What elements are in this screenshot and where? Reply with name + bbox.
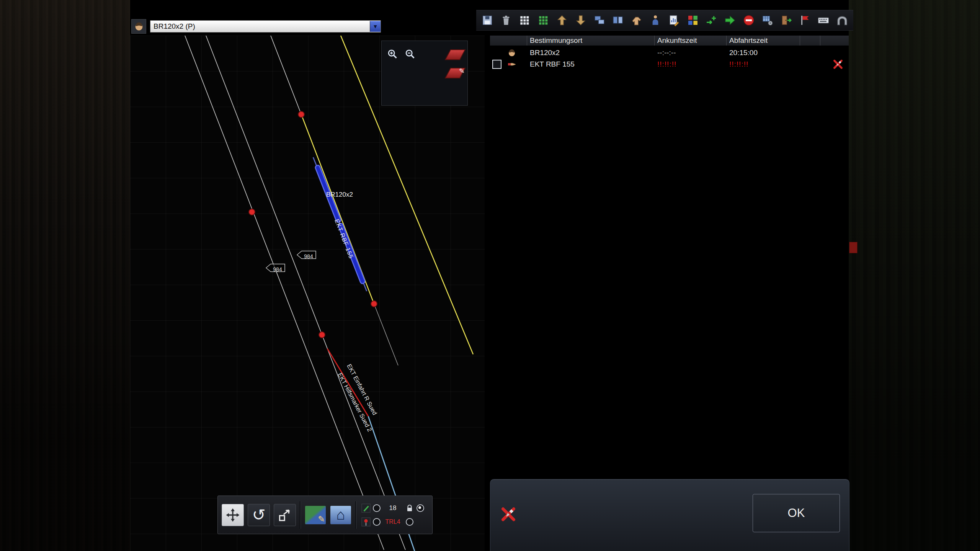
row-arrival: --:--:-- — [655, 49, 727, 57]
no-entry-button[interactable] — [741, 12, 757, 28]
signal-dot[interactable] — [298, 111, 304, 117]
remove-icon[interactable] — [500, 506, 516, 522]
depot-icon — [836, 14, 848, 26]
tip-value: 18 — [389, 504, 397, 512]
grid-green-button[interactable] — [535, 12, 551, 28]
zoom-panel: ✎ — [381, 41, 468, 106]
tip-radio-on[interactable] — [416, 504, 424, 512]
keyboard-icon — [817, 14, 830, 26]
signal-sign-label: 984 — [273, 266, 282, 272]
passenger-button[interactable] — [647, 12, 663, 28]
edit-green-icon[interactable] — [361, 503, 371, 513]
color-tiles-button[interactable] — [685, 12, 701, 28]
go-arrow-icon — [724, 14, 736, 26]
column-extra2 — [820, 36, 848, 46]
zoom-out-button[interactable] — [402, 46, 418, 62]
signal-sign[interactable]: 984 — [266, 264, 285, 272]
pan-tool-button[interactable] — [222, 504, 244, 526]
signal-plate-icon[interactable] — [445, 49, 466, 60]
copy-view-icon — [593, 14, 606, 26]
signal-dot[interactable] — [249, 209, 255, 215]
depot-button[interactable] — [834, 12, 850, 28]
tip-radio-off[interactable] — [373, 504, 381, 512]
chevron-down-icon[interactable]: ▼ — [370, 21, 381, 32]
driver-avatar — [131, 19, 146, 34]
edit-chart-icon — [668, 14, 680, 26]
copy-view-button[interactable] — [591, 12, 608, 28]
keyboard-button[interactable] — [815, 12, 831, 28]
application-window: 984 984 BR120x2 EKT RBF 155 EKT Einfahrt… — [0, 0, 980, 551]
settings-table-icon — [761, 14, 774, 26]
ok-button[interactable]: OK — [753, 494, 840, 532]
row-checkbox[interactable] — [492, 60, 501, 69]
track-line — [374, 304, 398, 365]
transform-tool-button[interactable] — [274, 504, 296, 526]
confirm-panel: OK — [490, 479, 849, 551]
track-map-panel[interactable]: 984 984 BR120x2 EKT RBF 155 EKT Einfahrt… — [130, 36, 485, 551]
tip-signal-options: 18 TRL4 — [360, 501, 425, 529]
lock-icon[interactable] — [405, 504, 414, 513]
row-destination: BR120x2 — [527, 49, 655, 57]
hand-tool-button[interactable] — [629, 12, 645, 28]
signal-value: TRL4 — [385, 518, 400, 525]
row-departure: 20:15:00 — [727, 49, 800, 57]
toolbar-divider — [355, 501, 356, 529]
schedule-toolbar — [476, 10, 853, 31]
row-arrival: !!:!!:!! — [655, 60, 727, 68]
go-arrow-button[interactable] — [722, 12, 738, 28]
unload-down-button[interactable] — [573, 12, 589, 28]
schedule-row[interactable]: BR120x2 --:--:-- 20:15:00 — [490, 47, 849, 59]
column-arrival: Ankunftszeit — [655, 36, 727, 46]
exit-door-button[interactable] — [778, 12, 794, 28]
home-view-button[interactable]: ⌂ — [330, 505, 351, 525]
rotate-tool-button[interactable]: ↺ — [248, 504, 270, 526]
zoom-out-icon — [405, 48, 415, 60]
flag-button[interactable] — [797, 12, 813, 28]
signal-dot[interactable] — [319, 332, 325, 338]
load-up-button[interactable] — [554, 12, 570, 28]
schedule-row[interactable]: EKT RBF 155 !!:!!:!! !!:!!:!! — [490, 59, 849, 70]
signal-radio-off2[interactable] — [406, 518, 413, 526]
signal-radio-off[interactable] — [373, 518, 381, 526]
row-departure: !!:!!:!! — [727, 60, 800, 68]
pointing-hand-icon — [507, 60, 516, 69]
signal-plate-edit-icon[interactable]: ✎ — [445, 68, 466, 78]
signal-dot[interactable] — [371, 301, 377, 307]
map-edit-view-button[interactable]: ✎ — [305, 505, 326, 525]
toolbar-divider — [300, 501, 301, 529]
signal-sign-label: 984 — [304, 253, 313, 259]
map-train-label: BR120x2 — [326, 191, 353, 198]
pencil-icon: ✎ — [318, 514, 325, 524]
world-red-signal — [849, 242, 858, 253]
zoom-in-button[interactable] — [385, 46, 400, 62]
schedule-table: Bestimmungsort Ankunftszeit Abfahrtszeit… — [490, 36, 849, 70]
save-button[interactable] — [479, 12, 495, 28]
grid-small-button[interactable] — [517, 12, 533, 28]
route-add-icon — [705, 14, 717, 26]
grid-small-icon — [518, 14, 531, 26]
delete-icon — [500, 14, 512, 26]
hand-icon — [630, 14, 643, 26]
transform-icon — [278, 508, 292, 522]
delete-button[interactable] — [498, 12, 514, 28]
world-background-left — [0, 0, 130, 551]
dual-view-icon — [612, 14, 624, 26]
train-driver-icon — [507, 48, 516, 57]
map-toolbar: ↺ ✎ ⌂ 18 — [217, 496, 433, 534]
dual-view-button[interactable] — [610, 12, 626, 28]
pencil-icon: ✎ — [459, 67, 465, 75]
settings-table-button[interactable] — [760, 12, 776, 28]
flag-icon — [799, 14, 811, 26]
signal-sign[interactable]: 984 — [297, 251, 316, 259]
train-dropdown-value: BR120x2 (P) — [150, 22, 370, 31]
driver-face-icon — [134, 21, 144, 32]
track-map[interactable]: 984 984 BR120x2 EKT RBF 155 EKT Einfahrt… — [130, 36, 485, 551]
route-add-button[interactable] — [704, 12, 720, 28]
train-dropdown[interactable]: BR120x2 (P) ▼ — [150, 20, 381, 33]
map-track-label: EKT RBF 155 — [333, 218, 354, 259]
edit-chart-button[interactable] — [666, 12, 682, 28]
train-selector-row: BR120x2 (P) ▼ — [131, 20, 381, 33]
exit-door-icon — [780, 14, 792, 26]
signal-red-icon[interactable] — [361, 517, 371, 527]
remove-icon[interactable] — [833, 59, 843, 70]
